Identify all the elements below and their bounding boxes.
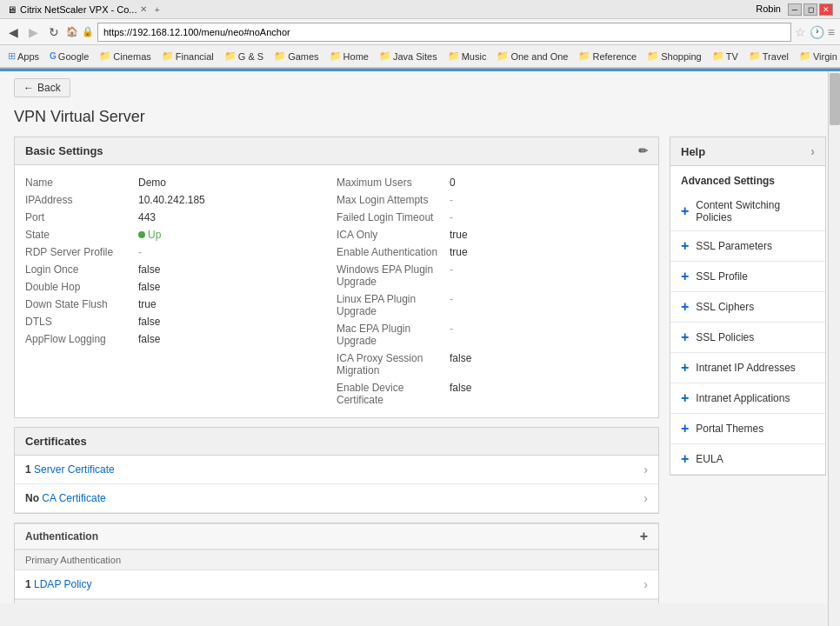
basic-settings-card: Basic Settings ✏ Name Demo — [14, 137, 659, 418]
page-content: ← Back VPN Virtual Server Basic Settings… — [0, 71, 840, 603]
minimize-button[interactable]: ─ — [788, 3, 802, 16]
basic-settings-grid: Name Demo IPAddress 10.40.242.185 Port 4… — [15, 165, 658, 417]
bookmark-cinemas[interactable]: 📁 Cinemas — [95, 49, 155, 63]
authentication-card: Authentication + Primary Authentication … — [14, 523, 659, 603]
server-certificate-item[interactable]: 1 Server Certificate › — [15, 456, 658, 484]
setting-state: State Up — [25, 226, 337, 243]
bookmark-shopping[interactable]: 📁 Shopping — [643, 49, 706, 63]
help-header: Help › — [670, 137, 825, 166]
bookmark-travel[interactable]: 📁 Travel — [744, 49, 793, 63]
basic-settings-icons: ✏ — [638, 144, 648, 157]
star-icon[interactable]: ☆ — [795, 25, 806, 39]
intranet-ip-item[interactable]: + Intranet IP Addresses — [670, 353, 825, 383]
setting-linux-epa: Linux EPA Plugin Upgrade - — [337, 290, 648, 320]
plus-icon: + — [681, 360, 689, 376]
tab-close-btn[interactable]: ✕ — [140, 4, 147, 14]
basic-settings-header: Basic Settings ✏ — [15, 137, 658, 165]
setting-icaonly: ICA Only true — [337, 226, 648, 243]
back-button[interactable]: ← Back — [14, 78, 70, 97]
scrollbar-track[interactable] — [828, 71, 840, 626]
bookmark-music[interactable]: 📁 Music — [443, 49, 491, 63]
setting-downstate: Down State Flush true — [25, 296, 337, 313]
back-arrow-icon: ← — [23, 82, 34, 94]
setting-dtls: DTLS false — [25, 313, 337, 330]
plus-icon: + — [681, 299, 689, 315]
tab-title: Citrix NetScaler VPX - Co... — [20, 4, 137, 15]
bookmark-apps[interactable]: ⊞ Apps — [3, 49, 43, 63]
forward-nav-button[interactable]: ▶ — [25, 23, 42, 41]
folder-icon: 📁 — [330, 50, 342, 62]
main-layout: Basic Settings ✏ Name Demo — [0, 137, 840, 603]
add-authentication-button[interactable]: + — [640, 529, 648, 543]
new-tab-btn[interactable]: + — [154, 4, 159, 15]
advanced-settings-title: Advanced Settings — [670, 166, 825, 192]
home-icon: 🏠 — [66, 26, 78, 37]
url-input[interactable] — [97, 23, 791, 42]
apps-icon: ⊞ — [8, 50, 16, 62]
history-icon[interactable]: 🕐 — [810, 25, 824, 39]
folder-icon: 📁 — [274, 50, 286, 62]
eula-item[interactable]: + EULA — [670, 444, 825, 475]
portal-themes-item[interactable]: + Portal Themes — [670, 414, 825, 444]
browser-content[interactable]: ← Back VPN Virtual Server Basic Settings… — [0, 71, 840, 603]
ssl-policies-item[interactable]: + SSL Policies — [670, 323, 825, 353]
refresh-button[interactable]: ↻ — [45, 23, 63, 41]
bookmark-oneandone[interactable]: 📁 One and One — [492, 49, 572, 63]
google-icon: G — [50, 51, 57, 61]
scrollbar-thumb[interactable] — [830, 73, 840, 125]
content-switching-item[interactable]: + Content Switching Policies — [670, 192, 825, 231]
authentication-header: Authentication + — [15, 523, 658, 549]
setting-mac-epa: Mac EPA Plugin Upgrade - — [337, 320, 648, 350]
setting-loginonce: Login Once false — [25, 261, 337, 278]
plus-icon: + — [681, 269, 689, 284]
edit-icon[interactable]: ✏ — [638, 144, 648, 157]
plus-icon: + — [681, 421, 689, 436]
restore-button[interactable]: ◻ — [803, 3, 817, 16]
plus-icon: + — [681, 330, 689, 345]
ssl-profile-item[interactable]: + SSL Profile — [670, 262, 825, 292]
ssl-parameters-item[interactable]: + SSL Parameters — [670, 231, 825, 262]
bookmark-gs[interactable]: 📁 G & S — [220, 49, 268, 63]
bookmark-google[interactable]: G Google — [45, 50, 93, 63]
close-button[interactable]: ✕ — [819, 3, 833, 16]
folder-icon: 📁 — [578, 50, 590, 62]
browser-favicon: 🖥 — [7, 4, 17, 15]
certificates-header: Certificates — [15, 428, 658, 456]
bookmark-virginmedia[interactable]: 📁 Virgin Media — [795, 49, 840, 63]
title-bar-left: 🖥 Citrix NetScaler VPX - Co... ✕ + — [7, 4, 160, 15]
ldap-policy-item[interactable]: 1 LDAP Policy › — [15, 570, 658, 599]
bookmark-javasites[interactable]: 📁 Java Sites — [375, 49, 442, 63]
plus-icon: + — [681, 238, 689, 254]
bookmark-reference[interactable]: 📁 Reference — [574, 49, 641, 63]
folder-icon: 📁 — [379, 50, 391, 62]
bookmarks-bar: ⊞ Apps G Google 📁 Cinemas 📁 Financial 📁 … — [0, 45, 840, 68]
folder-icon: 📁 — [448, 50, 460, 62]
back-section: ← Back — [0, 71, 840, 104]
setting-maxlogin: Max Login Attempts - — [337, 191, 648, 209]
back-nav-button[interactable]: ◀ — [5, 23, 22, 41]
ssl-ciphers-item[interactable]: + SSL Ciphers — [670, 292, 825, 323]
folder-icon: 📁 — [799, 50, 811, 62]
setting-enableauth: Enable Authentication true — [337, 243, 648, 261]
intranet-apps-item[interactable]: + Intranet Applications — [670, 383, 825, 414]
title-bar: 🖥 Citrix NetScaler VPX - Co... ✕ + Robin… — [0, 0, 840, 19]
chevron-right-icon: › — [643, 577, 648, 591]
setting-doublehop: Double Hop false — [25, 278, 337, 296]
folder-icon: 📁 — [749, 50, 761, 62]
address-bar: ◀ ▶ ↻ 🏠 🔒 ☆ 🕐 ≡ — [0, 19, 840, 45]
plus-icon: + — [681, 390, 689, 406]
setting-windows-epa: Windows EPA Plugin Upgrade - — [337, 261, 648, 290]
right-panel: Help › Advanced Settings + Content Switc… — [670, 137, 826, 603]
bookmark-games[interactable]: 📁 Games — [270, 49, 323, 63]
setting-ica-proxy: ICA Proxy Session Migration false — [337, 350, 648, 379]
folder-icon: 📁 — [497, 50, 509, 62]
status-dot — [138, 231, 145, 238]
bookmark-home[interactable]: 📁 Home — [325, 49, 373, 63]
user-label: Robin — [756, 3, 781, 16]
bookmark-tv[interactable]: 📁 TV — [708, 49, 743, 63]
plus-icon: + — [681, 203, 689, 219]
menu-icon[interactable]: ≡ — [828, 25, 835, 39]
ca-certificate-item[interactable]: No CA Certificate › — [15, 484, 658, 513]
chevron-right-icon: › — [643, 463, 648, 476]
bookmark-financial[interactable]: 📁 Financial — [157, 49, 218, 63]
